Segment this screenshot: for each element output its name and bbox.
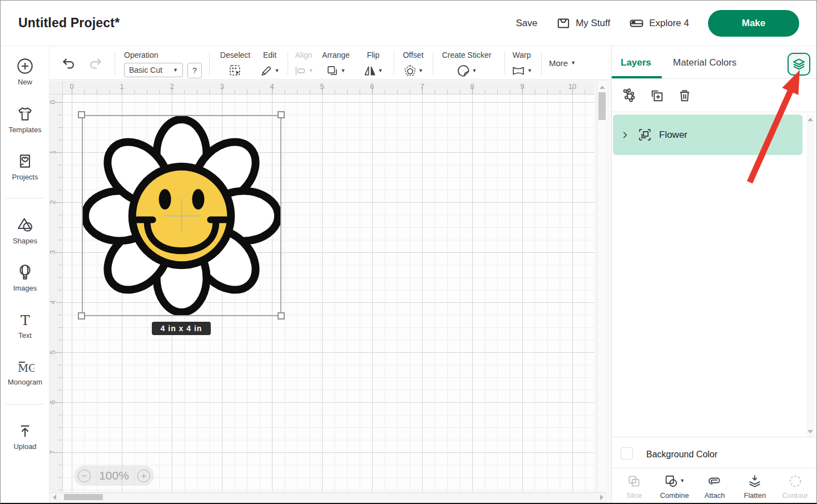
left-sidebar: New Templates Projects bbox=[1, 46, 49, 504]
sidebar-item-upload[interactable]: Upload bbox=[1, 423, 49, 451]
combine-button[interactable]: ▼ Combine bbox=[657, 474, 692, 500]
ruler-tick-label: 10 bbox=[568, 82, 576, 91]
make-button[interactable]: Make bbox=[708, 10, 799, 37]
layer-row-flower[interactable]: Flower bbox=[613, 114, 803, 155]
deselect-button[interactable]: Deselect bbox=[220, 51, 250, 78]
offset-button[interactable]: Offset ▼ bbox=[403, 51, 423, 78]
chevron-down-icon: ▼ bbox=[275, 68, 280, 73]
project-title: Untitled Project* bbox=[18, 16, 120, 31]
operation-value: Basic Cut bbox=[129, 66, 162, 74]
canvas-vertical-scrollbar[interactable] bbox=[597, 81, 607, 491]
align-icon bbox=[294, 64, 307, 77]
weld-group-button[interactable] bbox=[621, 88, 637, 103]
resize-handle-top-left[interactable] bbox=[78, 111, 85, 118]
canvas-grid[interactable]: 4 in x 4 in bbox=[63, 94, 595, 491]
save-button[interactable]: Save bbox=[516, 18, 537, 29]
layer-name: Flower bbox=[659, 129, 687, 141]
sidebar-label-upload: Upload bbox=[1, 442, 49, 451]
zoom-in-button[interactable]: + bbox=[137, 470, 150, 482]
ruler-tick-label: 5 bbox=[320, 82, 324, 91]
ruler-tick-label: 7 bbox=[48, 450, 57, 454]
tab-layers[interactable]: Layers bbox=[621, 57, 651, 68]
ruler-tick-label: 1 bbox=[48, 150, 57, 154]
my-stuff-button[interactable]: My Stuff bbox=[556, 16, 610, 31]
images-icon bbox=[1, 263, 49, 281]
explore-machine-button[interactable]: Explore 4 bbox=[629, 16, 689, 31]
offset-icon bbox=[403, 64, 417, 77]
resize-handle-bottom-right[interactable] bbox=[278, 312, 285, 320]
edit-button[interactable]: Edit ▼ bbox=[260, 51, 280, 78]
panel-scrollbar[interactable] bbox=[806, 114, 814, 437]
slice-icon bbox=[627, 474, 641, 488]
save-label: Save bbox=[516, 18, 537, 29]
sidebar-item-shapes[interactable]: Shapes bbox=[1, 216, 49, 245]
operation-help-button[interactable]: ? bbox=[187, 63, 202, 78]
delete-layer-button[interactable] bbox=[677, 88, 692, 103]
sidebar-item-text[interactable]: T Text bbox=[1, 312, 49, 340]
duplicate-button[interactable] bbox=[649, 88, 665, 103]
ruler-tick-label: 5 bbox=[48, 350, 57, 354]
pencil-icon bbox=[260, 64, 273, 77]
sidebar-item-monogram[interactable]: MG Monogram bbox=[1, 358, 49, 386]
slice-button: Slice bbox=[616, 474, 652, 500]
operation-label: Operation bbox=[124, 51, 202, 59]
group-select-icon bbox=[638, 128, 652, 142]
sidebar-label-templates: Templates bbox=[1, 126, 49, 134]
monogram-icon: MG bbox=[1, 358, 49, 375]
sidebar-item-projects[interactable]: Projects bbox=[1, 152, 49, 181]
arrange-icon bbox=[326, 64, 339, 77]
flatten-icon bbox=[747, 474, 762, 488]
ruler-tick-label: 3 bbox=[220, 82, 224, 91]
horizontal-scroll-thumb[interactable] bbox=[64, 494, 103, 500]
layer-actions-row bbox=[612, 79, 817, 112]
scroll-left-arrow[interactable] bbox=[53, 495, 56, 500]
warp-button[interactable]: Warp ▼ bbox=[511, 51, 532, 78]
operation-group: Operation Basic Cut ▼ ? bbox=[124, 51, 202, 78]
chevron-down-icon: ▼ bbox=[173, 68, 178, 73]
ruler-tick-label: 6 bbox=[370, 82, 374, 91]
canvas-horizontal-scrollbar[interactable] bbox=[49, 492, 607, 501]
zoom-out-button[interactable]: − bbox=[78, 470, 91, 482]
operation-select[interactable]: Basic Cut ▼ bbox=[124, 63, 183, 77]
scroll-right-arrow[interactable] bbox=[600, 495, 603, 500]
projects-icon bbox=[1, 152, 49, 170]
scroll-up-arrow[interactable] bbox=[600, 86, 605, 89]
align-button: Align ▼ bbox=[294, 51, 314, 78]
sidebar-label-monogram: Monogram bbox=[1, 378, 49, 386]
tab-material-colors[interactable]: Material Colors bbox=[673, 57, 736, 68]
arrange-button[interactable]: Arrange ▼ bbox=[322, 51, 350, 78]
layers-panel-toggle-button[interactable] bbox=[788, 53, 810, 76]
expand-chevron-icon[interactable] bbox=[621, 131, 629, 139]
ruler-tick-label: 6 bbox=[48, 400, 57, 404]
resize-handle-top-right[interactable] bbox=[278, 111, 285, 118]
layers-stack-icon bbox=[792, 57, 806, 71]
layers-panel: Layers Material Colors bbox=[611, 46, 817, 504]
flatten-button[interactable]: Flatten bbox=[737, 474, 773, 500]
attach-button[interactable]: Attach bbox=[697, 474, 732, 500]
combine-icon bbox=[664, 474, 679, 488]
header-actions: Save My Stuff Explore 4 Make bbox=[516, 1, 799, 46]
redo-button[interactable] bbox=[87, 56, 103, 71]
flip-icon bbox=[364, 64, 377, 77]
app-window: { "header": { "title": "Untitled Project… bbox=[0, 0, 817, 504]
zoom-control: − 100% + bbox=[74, 466, 154, 486]
undo-button[interactable] bbox=[61, 56, 77, 71]
shapes-icon bbox=[1, 216, 49, 234]
sidebar-item-images[interactable]: Images bbox=[1, 263, 49, 292]
ruler-tick-label: 0 bbox=[70, 82, 73, 91]
flip-button[interactable]: Flip ▼ bbox=[364, 51, 383, 78]
sidebar-item-templates[interactable]: Templates bbox=[1, 105, 49, 134]
panel-actions-bar: Slice ▼ Combine Attach bbox=[612, 468, 817, 504]
active-tab-underline bbox=[612, 76, 662, 78]
vertical-scroll-thumb[interactable] bbox=[598, 92, 606, 120]
create-sticker-button[interactable]: Create Sticker ▼ bbox=[442, 51, 492, 78]
selection-bounding-box[interactable] bbox=[82, 115, 281, 316]
more-button[interactable]: More ▼ bbox=[549, 58, 576, 68]
ruler-tick-label: 0 bbox=[48, 100, 57, 104]
background-color-checkbox[interactable] bbox=[621, 447, 633, 460]
sidebar-item-new[interactable]: New bbox=[1, 57, 49, 86]
deselect-icon bbox=[229, 64, 242, 77]
explore-label: Explore 4 bbox=[649, 18, 689, 29]
contour-icon bbox=[788, 474, 803, 488]
resize-handle-bottom-left[interactable] bbox=[78, 312, 85, 320]
